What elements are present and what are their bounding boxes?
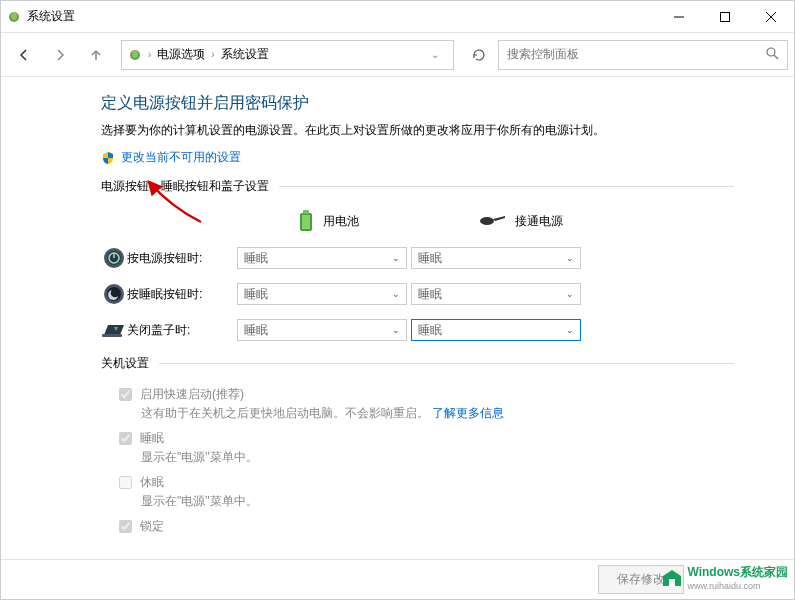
- watermark: Windows系统家园 www.ruihaidu.com: [661, 564, 788, 591]
- lock-checkbox: [119, 520, 132, 533]
- power-button-icon: [101, 247, 127, 269]
- search-icon: [765, 46, 779, 63]
- divider: [159, 363, 734, 364]
- row-lid-label: 关闭盖子时:: [127, 322, 237, 339]
- col-plugged-label: 接通电源: [515, 213, 563, 230]
- annotation-arrow: [131, 177, 221, 227]
- power-battery-select[interactable]: 睡眠⌄: [237, 247, 407, 269]
- lid-icon: [101, 321, 127, 339]
- chevron-right-icon: ›: [148, 49, 151, 60]
- watermark-text: Windows系统家园: [687, 564, 788, 581]
- section-shutdown-label: 关机设置: [101, 355, 149, 372]
- window-title: 系统设置: [27, 8, 656, 25]
- svg-point-8: [767, 48, 775, 56]
- fast-startup-label: 启用快速启动(推荐): [140, 386, 244, 403]
- svg-point-1: [11, 12, 17, 20]
- forward-button[interactable]: [43, 40, 77, 70]
- app-icon: [1, 10, 27, 24]
- page-heading: 定义电源按钮并启用密码保护: [101, 93, 734, 114]
- chevron-down-icon: ⌄: [566, 325, 574, 335]
- svg-point-7: [132, 50, 138, 58]
- svg-rect-3: [721, 12, 730, 21]
- row-sleep-label: 按睡眠按钮时:: [127, 286, 237, 303]
- page-subtitle: 选择要为你的计算机设置的电源设置。在此页上对设置所做的更改将应用于你所有的电源计…: [101, 122, 734, 139]
- fast-startup-desc: 这有助于在关机之后更快地启动电脑。不会影响重启。: [141, 406, 429, 420]
- sleep-button-icon: [101, 283, 127, 305]
- refresh-button[interactable]: [462, 40, 496, 70]
- lock-opt-label: 锁定: [140, 518, 164, 535]
- divider: [279, 186, 734, 187]
- breadcrumb-item-2[interactable]: 系统设置: [221, 46, 269, 63]
- minimize-button[interactable]: [656, 1, 702, 33]
- up-button[interactable]: [79, 40, 113, 70]
- row-power-label: 按电源按钮时:: [127, 250, 237, 267]
- chevron-down-icon: ⌄: [392, 325, 400, 335]
- svg-point-13: [480, 217, 494, 225]
- search-input[interactable]: 搜索控制面板: [498, 40, 788, 70]
- svg-line-9: [774, 55, 778, 59]
- col-battery-label: 用电池: [323, 213, 359, 230]
- svg-rect-11: [303, 210, 309, 214]
- chevron-down-icon: ⌄: [566, 289, 574, 299]
- shield-icon: [101, 151, 115, 165]
- chevron-down-icon: ⌄: [566, 253, 574, 263]
- svg-rect-21: [669, 579, 675, 586]
- sleep-opt-label: 睡眠: [140, 430, 164, 447]
- sleep-battery-select[interactable]: 睡眠⌄: [237, 283, 407, 305]
- lid-plugged-select[interactable]: 睡眠⌄: [411, 319, 581, 341]
- battery-icon: [297, 209, 315, 233]
- plug-icon: [479, 214, 507, 228]
- hibernate-checkbox: [119, 476, 132, 489]
- hibernate-opt-label: 休眠: [140, 474, 164, 491]
- fast-startup-checkbox: [119, 388, 132, 401]
- hibernate-opt-desc: 显示在"电源"菜单中。: [141, 493, 734, 510]
- maximize-button[interactable]: [702, 1, 748, 33]
- battery-icon: [128, 48, 142, 62]
- learn-more-link[interactable]: 了解更多信息: [432, 406, 504, 420]
- search-placeholder: 搜索控制面板: [507, 46, 579, 63]
- breadcrumb-item-1[interactable]: 电源选项: [157, 46, 205, 63]
- chevron-right-icon: ›: [211, 49, 214, 60]
- chevron-down-icon: ⌄: [392, 253, 400, 263]
- close-button[interactable]: [748, 1, 794, 33]
- svg-rect-12: [302, 215, 310, 229]
- chevron-down-icon[interactable]: ⌄: [423, 49, 447, 60]
- lid-battery-select[interactable]: 睡眠⌄: [237, 319, 407, 341]
- breadcrumb[interactable]: › 电源选项 › 系统设置 ⌄: [121, 40, 454, 70]
- watermark-url: www.ruihaidu.com: [687, 581, 788, 591]
- sleep-plugged-select[interactable]: 睡眠⌄: [411, 283, 581, 305]
- sleep-opt-desc: 显示在"电源"菜单中。: [141, 449, 734, 466]
- power-plugged-select[interactable]: 睡眠⌄: [411, 247, 581, 269]
- sleep-checkbox: [119, 432, 132, 445]
- change-settings-link[interactable]: 更改当前不可用的设置: [121, 149, 241, 166]
- svg-rect-20: [102, 334, 122, 337]
- chevron-down-icon: ⌄: [392, 289, 400, 299]
- back-button[interactable]: [7, 40, 41, 70]
